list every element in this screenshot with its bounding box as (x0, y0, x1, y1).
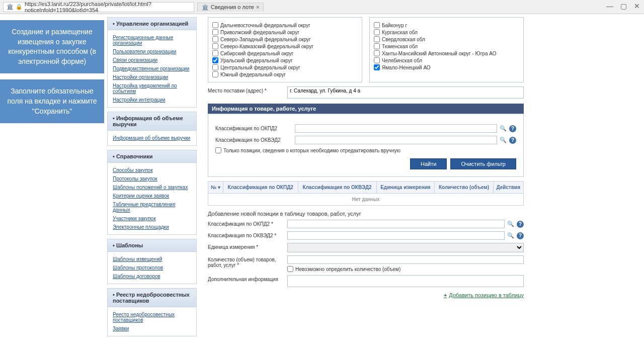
table-header[interactable]: № ▾ (208, 182, 223, 194)
filter-onlyedit[interactable]: Только позиции, сведения о которых необх… (215, 147, 516, 153)
region-checkbox[interactable] (374, 43, 380, 49)
addpos-okved2-input[interactable] (287, 231, 505, 240)
sidebar-group-title[interactable]: • Управление организацией (108, 18, 196, 30)
sidebar-group-title[interactable]: • Информация об объеме выручки (108, 112, 196, 131)
region-checkbox[interactable] (374, 57, 380, 63)
region-item[interactable]: Курганская обл (374, 29, 519, 36)
sidebar-link[interactable]: Регистрационные данные организации (113, 33, 191, 47)
region-item[interactable]: Северо-Кавказский федеральный округ (212, 43, 358, 50)
clear-filter-button[interactable]: Очистить фильтр (450, 158, 516, 169)
region-checkbox[interactable] (374, 36, 380, 42)
help-icon[interactable]: ? (517, 221, 524, 228)
region-item[interactable]: Ямало-Ненецкий АО (374, 64, 519, 71)
table-header[interactable]: Классификация по ОКПД2 (223, 182, 298, 194)
sidebar-group-title[interactable]: • Реестр недобросовестных поставщиков (108, 289, 196, 307)
region-checkbox[interactable] (212, 36, 218, 42)
region-item[interactable]: Южный федеральный округ (212, 71, 358, 78)
sidebar-link[interactable]: Реестр недобросовестных поставщиков (113, 310, 191, 324)
sidebar-link[interactable]: Шаблоны извещений (113, 255, 191, 263)
region-item[interactable]: Челябинская обл (374, 57, 519, 64)
filter-onlyedit-checkbox[interactable] (215, 147, 221, 153)
sidebar-group: • СправочникиСпособы закупокПротоколы за… (107, 150, 197, 235)
sidebar-link[interactable]: Протоколы закупок (113, 174, 191, 183)
sidebar-link[interactable]: Шаблоны договоров (113, 272, 191, 281)
addpos-unit-select[interactable] (287, 243, 524, 252)
search-icon[interactable]: 🔍 (499, 125, 507, 133)
region-item[interactable]: Приволжский федеральный округ (212, 29, 358, 36)
region-checkbox[interactable] (212, 71, 218, 77)
region-item[interactable]: Дальневосточный федеральный округ (212, 22, 358, 29)
sidebar-link[interactable]: Электронные площадки (113, 223, 191, 231)
region-item[interactable]: Тюменская обл (374, 43, 519, 50)
filter-okved2-input[interactable] (295, 136, 497, 144)
table-header[interactable]: Количество (объем) (435, 182, 493, 194)
table-header[interactable]: Действия (493, 182, 523, 194)
addpos-qty-input[interactable] (287, 255, 524, 264)
filter-okpd2-input[interactable] (295, 124, 497, 133)
sidebar-link[interactable]: Связи организации (113, 56, 191, 64)
region-label: Приволжский федеральный округ (220, 30, 299, 35)
help-icon[interactable]: ? (509, 125, 516, 132)
info-card-1: Создание и размещение извещения о закупк… (0, 20, 104, 73)
sidebar-link[interactable]: Настройка уведомлений по событиям (113, 81, 191, 96)
browser-tab[interactable]: 🏛️ Сведения о лоте × (197, 3, 264, 12)
search-icon[interactable]: 🔍 (499, 136, 507, 144)
sidebar-link[interactable]: Настройки организации (113, 73, 191, 81)
max-icon[interactable]: ▢ (620, 2, 627, 10)
region-item[interactable]: Уральский федеральный округ (212, 57, 358, 64)
region-checkbox[interactable] (374, 64, 380, 70)
region-item[interactable]: Северо-Западный федеральный округ (212, 36, 358, 43)
region-label: Центральный федеральный округ (220, 65, 300, 70)
find-button[interactable]: Найти (410, 158, 447, 169)
delivery-address-input[interactable] (287, 86, 524, 99)
sidebar-link[interactable]: Заявки (113, 324, 191, 333)
region-checkbox[interactable] (374, 22, 380, 28)
region-checkbox[interactable] (374, 29, 380, 35)
sidebar-link[interactable]: Шаблоны положений о закупках (113, 183, 191, 192)
region-label: Северо-Кавказский федеральный округ (220, 44, 313, 49)
sidebar-link[interactable]: Настройки интеграции (113, 96, 191, 104)
help-icon[interactable]: ? (517, 232, 524, 239)
table-header[interactable]: Классификация по ОКВЭД2 (298, 182, 376, 194)
sidebar-link[interactable]: Шаблоны протоколов (113, 263, 191, 272)
window-controls: — ▢ ✕ (606, 2, 640, 10)
addpos-extra-input[interactable] (287, 275, 524, 287)
region-item[interactable]: Байконур г (374, 22, 519, 29)
sidebar-link[interactable]: Способы закупок (113, 166, 191, 174)
help-icon[interactable]: ? (509, 137, 516, 144)
region-label: Свердловская обл (382, 37, 425, 42)
close-window-icon[interactable]: ✕ (634, 2, 640, 10)
region-checkbox[interactable] (212, 29, 218, 35)
region-checkbox[interactable] (212, 22, 218, 28)
min-icon[interactable]: — (606, 2, 613, 10)
addpos-qty-unknown[interactable]: Невозможно определить количество (объем) (287, 266, 524, 272)
region-item[interactable]: Ханты-Мансийский Автономный округ - Югра… (374, 50, 519, 57)
region-checkbox[interactable] (212, 57, 218, 63)
sidebar-link[interactable]: Подведомственные организации (113, 64, 191, 73)
region-item[interactable]: Центральный федеральный округ (212, 64, 358, 71)
region-checkbox[interactable] (212, 43, 218, 49)
table-header[interactable]: Единица измерения (376, 182, 435, 194)
region-checkbox[interactable] (212, 50, 218, 56)
url-bar[interactable]: 🏛️ 🔒 https://es3.lanit.ru/223/purchase/p… (3, 2, 194, 12)
search-icon[interactable]: 🔍 (507, 220, 515, 228)
region-checkbox[interactable] (212, 64, 218, 70)
region-item[interactable]: Свердловская обл (374, 36, 519, 43)
sidebar-link[interactable]: Информация об объеме выручки (113, 134, 191, 142)
add-position-link[interactable]: +Добавить позицию в таблицу (444, 292, 524, 298)
region-checkbox[interactable] (374, 50, 380, 56)
add-position-form: Классификация по ОКПД2 * 🔍 ? Классификац… (208, 220, 524, 288)
region-item[interactable]: Сибирский федеральный округ (212, 50, 358, 57)
sidebar-link[interactable]: Пользователи организации (113, 47, 191, 56)
search-icon[interactable]: 🔍 (507, 232, 515, 240)
sidebar-link[interactable]: Табличные представления данных (113, 200, 191, 214)
sidebar-group-title[interactable]: • Справочники (108, 150, 196, 163)
addpos-qty-label: Количество (объем) товаров, работ, услуг… (208, 255, 283, 268)
sidebar-link[interactable]: Критерии оценки заявок (113, 192, 191, 200)
info-card-2: Заполните обязательные поля на вкладке и… (0, 79, 104, 123)
addpos-okpd2-input[interactable] (287, 220, 505, 228)
close-icon[interactable]: × (256, 4, 259, 10)
addpos-qty-unknown-checkbox[interactable] (287, 266, 293, 272)
sidebar-link[interactable]: Участники закупок (113, 214, 191, 223)
sidebar-group-title[interactable]: • Шаблоны (108, 239, 196, 252)
